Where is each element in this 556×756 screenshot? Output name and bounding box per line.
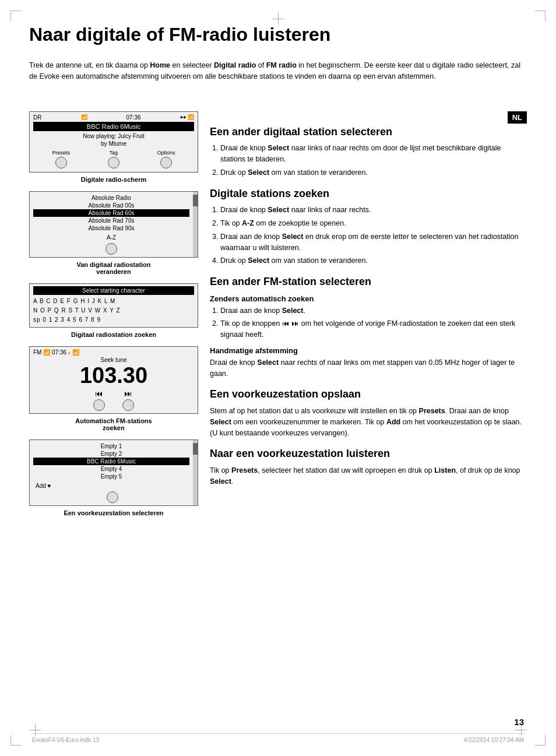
section-listen-preset: Naar een voorkeuzestation luisteren Tik … (210, 448, 527, 487)
screen4-topbar: FM 📶 07:36 ♪ 📶 (33, 349, 194, 356)
prev-btn[interactable]: ⏮ (93, 389, 105, 411)
section2-heading: Digitale stations zoeken (210, 188, 527, 201)
screen5-item-2: BBC Radio 6Music (33, 458, 189, 465)
corner-br (535, 735, 546, 746)
section2-step1: Draai de knop Select naar links of naar … (220, 205, 527, 216)
screen2-item-0: Absolute Radio (33, 194, 189, 202)
screen1-playing: Now playing: Juicy Fruitby Mtume (33, 132, 194, 147)
screen2-az-label: A-Z (33, 234, 189, 241)
section4-text: Stem af op het station dat u als voorkeu… (210, 406, 527, 438)
next-btn[interactable]: ⏭ (122, 389, 134, 411)
section2-step2: Tik op A-Z om de zoekoptie te openen. (220, 218, 527, 229)
tag-btn[interactable]: Tag (108, 150, 119, 168)
screen3-row1: A B C D E F G H I J K L M (33, 297, 194, 306)
corner-tr (535, 10, 546, 21)
main-content: DR 📶 07:36 ●● 📶 BBC Radio 6Music Now pla… (29, 111, 527, 525)
screen1-time: 07:36 (126, 114, 141, 121)
options-btn[interactable]: Options (157, 150, 175, 168)
options-circle[interactable] (160, 157, 172, 168)
section5-heading: Naar een voorkeuzestation luisteren (210, 448, 527, 460)
next-circle[interactable] (122, 399, 134, 411)
nl-badge: NL (508, 111, 527, 124)
screen5-caption: Een voorkeuzestation selecteren (29, 509, 198, 516)
section1-step1: Draai de knop Select naar links of naar … (220, 143, 527, 165)
screen1-bottom: Presets Tag Options (33, 150, 194, 168)
corner-tl (10, 10, 21, 21)
section1-step2: Druk op Select om van station te verande… (220, 167, 527, 178)
prev-circle[interactable] (93, 399, 105, 411)
screen2-item-2: Absolute Rad 60s (33, 209, 189, 217)
add-circle[interactable] (107, 491, 118, 503)
screen4-freq: 103.30 (33, 364, 194, 386)
screen2-item-3: Absolute Rad 70s (33, 217, 189, 224)
screen5-item-1: Empty 2 (33, 450, 189, 458)
battery-icons: ●● 📶 (180, 114, 194, 120)
screen1-topbar: DR 📶 07:36 ●● 📶 (33, 114, 194, 121)
section2-step3: Draai aan de knop Select en druk erop om… (220, 231, 527, 254)
screen-fm-seek: FM 📶 07:36 ♪ 📶 Seek tune 103.30 ⏮ ⏭ (29, 346, 198, 414)
az-circle[interactable] (105, 243, 117, 255)
tag-circle[interactable] (108, 157, 119, 168)
add-label: Add ♥ (36, 483, 51, 489)
screen2-scrollbar (193, 192, 198, 257)
screen2-az-btn[interactable] (33, 242, 189, 255)
page-title: Naar digitale of FM-radio luisteren (29, 23, 527, 45)
screen-presets: Empty 1 Empty 2 BBC Radio 6Music Empty 4… (29, 439, 198, 506)
crosshair-top (272, 13, 284, 24)
screen2-caption: Van digitaal radiostationveranderen (29, 261, 198, 275)
section-fm-station: Een ander FM-station selecteren Zenders … (210, 276, 527, 379)
section3-sub1-heading: Zenders automatisch zoeken (210, 294, 527, 303)
screen1-caption: Digitale radio-scherm (29, 176, 198, 183)
next-icon: ⏭ (122, 389, 134, 398)
screen4-fm: FM 📶 07:36 ♪ 📶 (33, 349, 79, 356)
screen2-item-1: Absolute Rad 00s (33, 202, 189, 209)
intro-text: Trek de antenne uit, en tik daarna op Ho… (29, 60, 527, 82)
section3-step1: Draai aan de knop Select. (220, 305, 527, 317)
left-column: DR 📶 07:36 ●● 📶 BBC Radio 6Music Now pla… (29, 111, 198, 525)
screen4-caption: Automatisch FM-stationszoeken (29, 417, 198, 431)
screen1-station: BBC Radio 6Music (33, 122, 194, 131)
section3-list: Draai aan de knop Select. Tik op de knop… (210, 305, 527, 340)
tag-label: Tag (108, 150, 119, 156)
screen3-title: Select starting character (33, 286, 194, 295)
screen5-item-4: Empty 5 (33, 473, 189, 480)
section2-list: Draai de knop Select naar links of naar … (210, 205, 527, 266)
section-save-preset: Een voorkeuzestation opslaan Stem af op … (210, 388, 527, 438)
section1-heading: Een ander digitaal station selecteren (210, 126, 527, 139)
section1-list: Draai de knop Select naar links of naar … (210, 143, 527, 178)
screen3-row2: N O P Q R S T U V W X Y Z (33, 306, 194, 315)
screen2-item-4: Absolute Rad 90s (33, 224, 189, 232)
screen5-item-3: Empty 4 (33, 465, 189, 473)
screen2-list: Absolute Radio Absolute Rad 00s Absolute… (30, 192, 193, 257)
presets-btn[interactable]: Presets (52, 150, 70, 168)
screen5-scrollbar-thumb (193, 443, 198, 455)
screen4-controls: ⏮ ⏭ (33, 389, 194, 411)
screen-station-list: Absolute Radio Absolute Rad 00s Absolute… (29, 191, 198, 258)
footer-left: EvokeF4-V6-Euro.indb 13 (32, 737, 99, 743)
screen-char-select: Select starting character A B C D E F G … (29, 283, 198, 328)
section-digital-station: Een ander digitaal station selecteren Dr… (210, 126, 527, 178)
section-digital-search: Digitale stations zoeken Draai de knop S… (210, 188, 527, 266)
screen3-caption: Digitaal radiostation zoeken (29, 331, 198, 338)
screen-digital-radio: DR 📶 07:36 ●● 📶 BBC Radio 6Music Now pla… (29, 111, 198, 173)
page-number: 13 (514, 717, 524, 727)
presets-circle[interactable] (55, 157, 67, 168)
section2-step4: Druk op Select om van station te verande… (220, 255, 527, 266)
screen2-scrollbar-thumb (193, 195, 198, 206)
section3-step2: Tik op de knoppen ⏮ ⏭ om het volgende of… (220, 318, 527, 340)
section5-text: Tik op Presets, selecteer het station da… (210, 465, 527, 487)
prev-icon: ⏮ (93, 389, 105, 398)
right-column: NL Een ander digitaal station selecteren… (210, 111, 527, 525)
footer: EvokeF4-V6-Euro.indb 13 4/22/2014 10:27:… (32, 733, 524, 743)
footer-right: 4/22/2014 10:27:04 AM (464, 737, 524, 743)
screen3-row3: sp 0 1 2 3 4 5 6 7 8 9 (33, 315, 194, 325)
section3-sub2-heading: Handmatige afstemming (210, 346, 527, 355)
screen4-seektext: Seek tune (33, 357, 194, 363)
section3-sub2-text: Draai de knop Select naar rechts of naar… (210, 357, 527, 379)
screen5-item-0: Empty 1 (33, 442, 189, 450)
screen1-dr: DR (33, 114, 41, 121)
section4-heading: Een voorkeuzestation opslaan (210, 388, 527, 401)
screen5-scrollbar (193, 440, 198, 505)
screen5-list: Empty 1 Empty 2 BBC Radio 6Music Empty 4… (30, 440, 193, 505)
presets-label: Presets (52, 150, 70, 156)
